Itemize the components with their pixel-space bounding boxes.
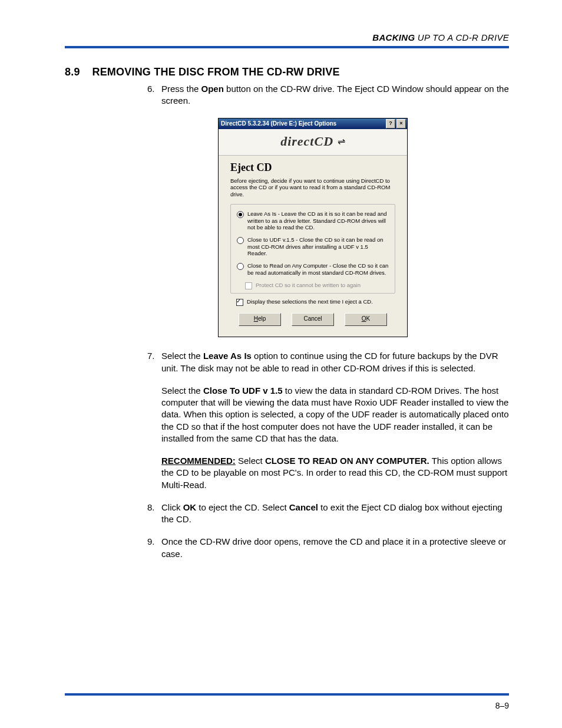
- radio-icon[interactable]: [237, 263, 244, 270]
- protect-label: Protect CD so it cannot be written to ag…: [256, 282, 361, 288]
- section-heading: 8.9 REMOVING THE DISC FROM THE CD-RW DRI…: [65, 66, 509, 78]
- radio-icon[interactable]: [237, 237, 244, 244]
- step-number: 6.: [147, 83, 161, 107]
- arrows-icon: ⇌: [338, 136, 345, 146]
- step-text: Press the Open button on the CD-RW drive…: [161, 83, 509, 107]
- step-8: 8. Click OK to eject the CD. Select Canc…: [147, 502, 509, 526]
- step-9: 9. Once the CD-RW drive door opens, remo…: [147, 536, 509, 560]
- eject-cd-dialog: DirectCD 5.3.2.34 (Drive E:) Eject Optio…: [218, 118, 408, 338]
- dialog-title: DirectCD 5.3.2.34 (Drive E:) Eject Optio…: [221, 120, 336, 127]
- dialog-banner: directCD ⇌: [219, 129, 407, 156]
- step-text: Select the Leave As Is option to continu…: [161, 350, 509, 491]
- running-header-rest: UP TO A CD-R DRIVE: [415, 32, 509, 42]
- dialog-heading: Eject CD: [230, 162, 395, 174]
- step-6: 6. Press the Open button on the CD-RW dr…: [147, 83, 509, 107]
- dialog-titlebar: DirectCD 5.3.2.34 (Drive E:) Eject Optio…: [219, 118, 407, 129]
- page-number: 8–9: [495, 701, 509, 710]
- option-close-udf[interactable]: Close to UDF v.1.5 - Close the CD so it …: [237, 236, 389, 256]
- protect-checkbox-row: Protect CD so it cannot be written to ag…: [237, 282, 389, 289]
- checkbox-icon[interactable]: [236, 299, 243, 306]
- option-leave-as-is[interactable]: Leave As Is - Leave the CD as it is so i…: [237, 210, 389, 230]
- section-title: REMOVING THE DISC FROM THE CD-RW DRIVE: [92, 66, 339, 78]
- option-label: Leave As Is - Leave the CD as it is so i…: [247, 210, 389, 230]
- running-header: BACKING UP TO A CD-R DRIVE: [65, 32, 509, 42]
- footer-rule: [65, 693, 509, 696]
- step-text: Click OK to eject the CD. Select Cancel …: [161, 502, 509, 526]
- option-close-any[interactable]: Close to Read on Any Computer - Close th…: [237, 262, 389, 276]
- dialog-button-row: Help Cancel OK: [230, 311, 395, 332]
- option-label: Close to Read on Any Computer - Close th…: [247, 262, 389, 276]
- step-text: Once the CD-RW drive door opens, remove …: [161, 536, 509, 560]
- step-number: 8.: [147, 502, 161, 526]
- section-number: 8.9: [65, 66, 80, 78]
- header-rule: [65, 46, 509, 48]
- step-7: 7. Select the Leave As Is option to cont…: [147, 350, 509, 491]
- dialog-description: Before ejecting, decide if you want to c…: [230, 177, 395, 199]
- cancel-button[interactable]: Cancel: [292, 313, 334, 326]
- help-button[interactable]: Help: [239, 313, 281, 326]
- titlebar-close-button[interactable]: ×: [396, 119, 406, 129]
- running-header-keyword: BACKING: [372, 32, 415, 42]
- recommended-label: RECOMMENDED:: [161, 456, 236, 466]
- display-again-label: Display these selections the next time I…: [247, 298, 373, 305]
- radio-icon[interactable]: [237, 211, 244, 218]
- options-group: Leave As Is - Leave the CD as it is so i…: [230, 204, 395, 294]
- step-number: 7.: [147, 350, 161, 491]
- titlebar-help-button[interactable]: ?: [386, 119, 395, 129]
- checkbox-icon: [245, 282, 252, 289]
- ok-button[interactable]: OK: [345, 313, 387, 326]
- display-again-row[interactable]: Display these selections the next time I…: [236, 298, 395, 306]
- brand-label: directCD: [280, 134, 333, 149]
- step-number: 9.: [147, 536, 161, 560]
- option-label: Close to UDF v.1.5 - Close the CD so it …: [247, 236, 389, 256]
